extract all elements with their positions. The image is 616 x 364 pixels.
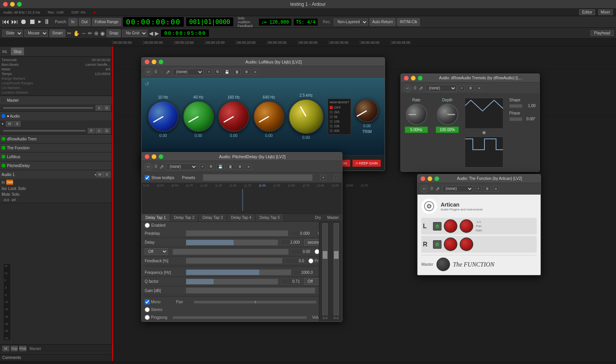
knob-2k5[interactable]	[289, 99, 323, 134]
luftikus-link-btn[interactable]: ⇗	[166, 69, 170, 75]
ts-display[interactable]: TS: 4/4	[293, 18, 318, 26]
pitched-add-btn[interactable]: +	[200, 164, 205, 169]
tab-delay-2[interactable]: Delay Tap 2	[170, 214, 199, 221]
maximize-button[interactable]	[17, 2, 22, 7]
knob-10hz[interactable]	[148, 101, 179, 132]
luftikus-save-btn[interactable]: 💾	[223, 69, 231, 75]
rate-value-box[interactable]: 5.00Hz	[405, 126, 428, 133]
audio-fader[interactable]	[3, 130, 86, 132]
audio-p-btn[interactable]: P	[88, 128, 95, 133]
function-min[interactable]	[428, 176, 432, 181]
master-a-btn[interactable]: A	[96, 105, 103, 111]
pan-slider[interactable]	[194, 301, 317, 304]
master-knob-ctl[interactable]	[436, 258, 450, 271]
beats-display[interactable]: 001|01|0000	[186, 17, 234, 27]
stop-btn[interactable]: Stop	[11, 48, 24, 55]
traffic-lights[interactable]	[3, 2, 22, 7]
pitched-gear-btn[interactable]: ⚙	[236, 164, 243, 169]
punch-in-btn[interactable]: In	[68, 18, 77, 26]
pingpong-radio[interactable]: Pingpong	[145, 315, 167, 320]
audition-btn[interactable]: Audition	[238, 20, 253, 24]
presets-minus-btn[interactable]: -	[334, 175, 339, 180]
luftikus-preset-select[interactable]: (none)	[173, 68, 204, 75]
luftikus-dup-btn[interactable]: ⧉	[214, 69, 221, 75]
qfactor-slider[interactable]	[186, 279, 278, 285]
audio1-s-btn[interactable]: S	[103, 172, 110, 177]
mouse-select[interactable]: Mouse	[24, 30, 48, 37]
punch-out-btn[interactable]: Out	[79, 18, 91, 26]
tremolo-preset-select[interactable]: (none)	[426, 85, 457, 92]
time-display[interactable]: 00:00:00:00	[123, 17, 184, 27]
depth-knob[interactable]	[437, 104, 458, 125]
playhead-btn[interactable]: Playhead	[590, 30, 614, 36]
luftikus-del-btn[interactable]: 🗑	[233, 69, 241, 75]
m-btn[interactable]: M	[2, 346, 9, 351]
dry-fader[interactable]	[322, 223, 328, 315]
tremolo-max[interactable]	[418, 76, 423, 80]
frequency-slider[interactable]	[186, 269, 291, 275]
snap-btn[interactable]: Snap	[106, 29, 121, 37]
function-menu-btn[interactable]: ≡	[493, 186, 499, 191]
tremolo-close[interactable]	[404, 76, 409, 80]
luftikus-settings-btn[interactable]: ≡	[252, 69, 258, 75]
luftikus-gear-btn[interactable]: ⚙	[243, 69, 250, 75]
master-g-btn[interactable]: G	[103, 105, 110, 111]
close-button[interactable]	[3, 2, 8, 7]
pitched-preset-select[interactable]: (none)	[166, 163, 197, 170]
mono-radio[interactable]: Mono	[145, 299, 161, 304]
rec-mode-select[interactable]: Non-Layered	[334, 19, 368, 26]
luftikus-add-btn[interactable]: +	[206, 69, 212, 75]
phase-slider[interactable]	[509, 117, 522, 121]
editor-btn[interactable]: Editor	[579, 9, 595, 15]
luftikus-reset-btn[interactable]: ↺	[145, 81, 149, 87]
presets-field[interactable]	[203, 174, 312, 181]
smart-btn[interactable]: Smart	[50, 29, 65, 37]
knob-160hz[interactable]	[218, 101, 249, 132]
pitched-dup-btn[interactable]: ⧉	[208, 164, 214, 169]
mixer-btn[interactable]: Mixer	[598, 9, 613, 15]
ch-r-x1-knob[interactable]	[444, 238, 457, 251]
rate-knob[interactable]	[406, 104, 427, 125]
function-close[interactable]	[421, 176, 425, 181]
audio1-m-btn[interactable]: M	[96, 172, 103, 177]
ch-r-pan-knob[interactable]	[460, 238, 473, 251]
tab-delay-1[interactable]: Delay Tap 1	[142, 214, 170, 221]
pitched-undo-btn[interactable]: ↩	[145, 163, 152, 171]
hb-40k[interactable]: 40k	[330, 129, 349, 133]
comments-label[interactable]: Comments	[2, 355, 21, 360]
pingpong-slider[interactable]	[173, 316, 306, 319]
pitched-titlebar[interactable]: Audio: PitchedDelay (by Lkjb) [LV2]	[142, 152, 342, 161]
auto-return-btn[interactable]: Auto Return	[370, 18, 395, 26]
pitched-min[interactable]	[152, 154, 156, 159]
master-fader-ctl[interactable]	[334, 223, 339, 315]
knob-40hz[interactable]	[183, 101, 214, 132]
master-fader[interactable]	[3, 107, 93, 109]
ch-r-power-btn[interactable]	[433, 240, 441, 249]
knob-trim[interactable]	[355, 99, 378, 122]
shape-slider[interactable]	[509, 104, 522, 108]
feedback-slider[interactable]	[186, 258, 282, 264]
presets-add-btn[interactable]: +	[320, 175, 326, 180]
function-add-btn[interactable]: +	[476, 186, 481, 191]
ch-l-pan-knob[interactable]	[460, 219, 473, 233]
tremolo-settings-btn[interactable]: ⚙	[467, 85, 474, 91]
delay-slider[interactable]	[186, 239, 278, 246]
luftikus-min[interactable]	[152, 60, 156, 64]
tremolo-titlebar[interactable]: Audio: dRowAudio Tremolo (by dRowAudio) …	[401, 74, 539, 82]
function-preset-select[interactable]: (none)	[442, 185, 473, 192]
off-slider[interactable]	[173, 249, 289, 255]
tremolo-add-btn[interactable]: +	[459, 85, 465, 91]
feedback-btn[interactable]: Feedback	[238, 24, 253, 28]
tab-delay-3[interactable]: Delay Tap 3	[198, 214, 227, 221]
function-max[interactable]	[435, 176, 439, 181]
follow-range-btn[interactable]: Follow Range	[92, 18, 121, 26]
pitched-save-btn[interactable]: 💾	[216, 164, 224, 169]
tab-delay-4[interactable]: Delay Tap 4	[227, 214, 256, 221]
depth-value-box[interactable]: 100.00%	[436, 126, 459, 133]
hb-2k5[interactable]: 2k5	[330, 110, 349, 114]
grid-select[interactable]: No Grid	[122, 30, 147, 37]
pitched-settings-btn[interactable]: ≡	[246, 164, 252, 169]
function-undo-btn[interactable]: ↩	[421, 185, 428, 193]
pingpong-radio-input[interactable]	[145, 315, 150, 320]
mono-checkbox[interactable]	[145, 299, 150, 304]
